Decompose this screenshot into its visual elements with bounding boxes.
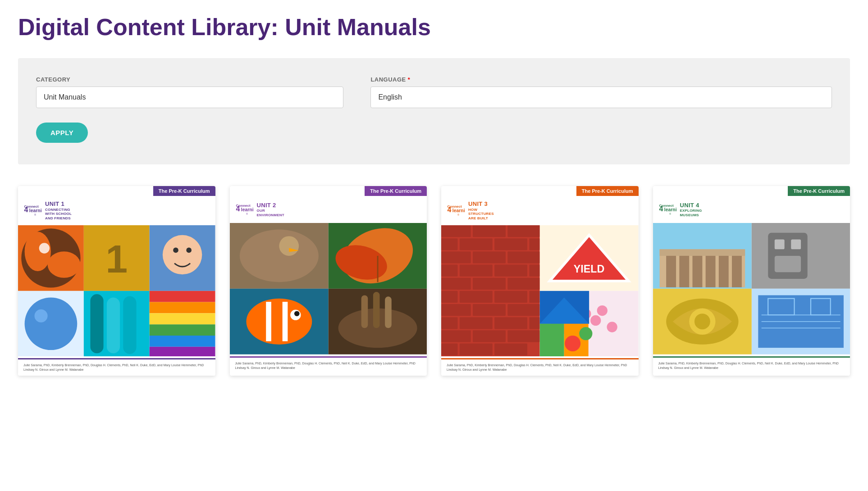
svg-rect-69 — [529, 264, 539, 276]
connect4learning-logo-icon: Connect 4 learning ® — [23, 201, 41, 219]
book-top-bar: The Pre-K Curriculum — [653, 186, 850, 196]
unit-number: UNIT 4 — [680, 202, 702, 209]
svg-rect-23 — [150, 302, 215, 313]
svg-rect-120 — [732, 256, 742, 287]
c4l-logo: Connect 4 learning ® — [658, 200, 676, 218]
unit-info: UNIT 1 CONNECTINGWITH SCHOOLAND FRIENDS — [45, 200, 72, 220]
book-top-bar: The Pre-K Curriculum — [230, 186, 427, 196]
svg-rect-24 — [150, 313, 215, 324]
svg-rect-115 — [666, 256, 676, 287]
svg-point-107 — [579, 327, 592, 340]
svg-rect-22 — [150, 291, 215, 302]
svg-text:®: ® — [669, 213, 672, 215]
svg-point-8 — [39, 243, 50, 253]
book-header: Connect 4 learning ® UNIT 2 OURENVIRONME… — [230, 196, 427, 223]
svg-rect-74 — [460, 291, 493, 302]
svg-rect-116 — [679, 256, 689, 287]
svg-rect-19 — [90, 294, 103, 353]
book-header: Connect 4 learning ® UNIT 3 HOWSTRUCTURE… — [441, 196, 639, 225]
category-label: CATEGORY — [36, 76, 343, 83]
svg-point-45 — [294, 311, 299, 317]
svg-rect-70 — [441, 277, 471, 289]
svg-rect-104 — [540, 323, 564, 356]
unit-info: UNIT 2 OURENVIRONMENT — [257, 202, 284, 218]
c4l-logo: Connect 4 learning ® — [235, 200, 253, 218]
required-marker: * — [408, 76, 411, 83]
svg-text:1: 1 — [105, 237, 128, 281]
svg-rect-49 — [373, 292, 379, 328]
svg-point-12 — [163, 235, 202, 274]
svg-text:4: 4 — [659, 205, 663, 213]
svg-text:®: ® — [246, 213, 248, 215]
svg-rect-27 — [150, 346, 215, 356]
svg-point-13 — [173, 247, 178, 253]
category-input[interactable] — [36, 86, 343, 108]
svg-text:YIELD: YIELD — [574, 263, 605, 275]
pre-k-badge: The Pre-K Curriculum — [788, 186, 850, 196]
svg-rect-60 — [460, 238, 493, 250]
book-card-unit2[interactable]: The Pre-K Curriculum Connect 4 learning … — [230, 186, 427, 376]
book-authors: Julie Sarama, PhD, Kimberly Brenneman, P… — [23, 363, 210, 372]
pre-k-badge: The Pre-K Curriculum — [576, 186, 639, 196]
svg-text:4: 4 — [448, 206, 452, 214]
svg-text:4: 4 — [236, 205, 240, 213]
svg-point-33 — [239, 230, 318, 282]
book-card-unit1[interactable]: The Pre-K Curriculum Connect 4 learning … — [18, 186, 215, 376]
book-card-unit3[interactable]: The Pre-K Curriculum Connect 4 learning … — [441, 186, 639, 376]
svg-text:®: ® — [457, 214, 460, 216]
svg-rect-65 — [507, 251, 539, 263]
svg-rect-81 — [460, 317, 493, 329]
book-header: Connect 4 learning ® UNIT 4 EXPLORINGMUS… — [653, 196, 850, 223]
pre-k-badge: The Pre-K Curriculum — [365, 186, 427, 196]
connect4learning-logo-icon: Connect 4 learning ® — [658, 200, 676, 218]
books-grid: The Pre-K Curriculum Connect 4 learning … — [18, 186, 850, 376]
svg-rect-89 — [494, 343, 527, 355]
unit-number: UNIT 3 — [468, 200, 494, 208]
svg-rect-80 — [441, 317, 457, 329]
svg-rect-114 — [659, 250, 745, 256]
svg-rect-20 — [107, 297, 120, 353]
svg-rect-85 — [473, 330, 506, 342]
pre-k-badge: The Pre-K Curriculum — [153, 186, 215, 196]
svg-rect-117 — [692, 256, 702, 287]
book-authors: Julie Sarama, PhD, Kimberly Brenneman, P… — [658, 361, 845, 370]
connect4learning-logo-icon: Connect 4 learning ® — [235, 200, 253, 218]
cover-art — [653, 223, 850, 356]
book-authors: Julie Sarama, PhD, Kimberly Brenneman, P… — [235, 361, 422, 370]
svg-rect-123 — [774, 240, 784, 250]
svg-text:®: ® — [34, 214, 37, 216]
svg-point-106 — [565, 336, 580, 351]
svg-rect-48 — [361, 296, 368, 328]
unit-subtitle: EXPLORINGMUSEUMS — [680, 209, 702, 217]
svg-rect-58 — [507, 225, 539, 237]
category-filter-group: CATEGORY — [36, 76, 343, 108]
book-card-unit4[interactable]: The Pre-K Curriculum Connect 4 learning … — [653, 186, 850, 376]
svg-rect-75 — [494, 291, 527, 302]
language-label: LANGUAGE* — [370, 76, 832, 83]
svg-point-101 — [607, 322, 617, 332]
svg-rect-118 — [705, 256, 715, 287]
svg-rect-125 — [774, 256, 800, 272]
svg-text:learning: learning — [29, 208, 41, 213]
unit-info: UNIT 3 HOWSTRUCTURESARE BUILT — [468, 200, 494, 220]
svg-rect-67 — [460, 264, 493, 276]
svg-rect-84 — [441, 330, 471, 342]
svg-point-41 — [246, 299, 312, 345]
cover-art: 1 — [18, 225, 215, 359]
svg-point-100 — [597, 305, 608, 315]
svg-rect-62 — [529, 238, 539, 250]
apply-button[interactable]: APPLY — [36, 123, 88, 143]
unit-subtitle: OURENVIRONMENT — [257, 209, 284, 217]
svg-rect-83 — [529, 317, 539, 329]
svg-rect-119 — [718, 256, 728, 287]
unit-number: UNIT 2 — [257, 202, 284, 209]
svg-point-34 — [279, 236, 299, 256]
language-input[interactable] — [370, 86, 832, 108]
svg-rect-71 — [473, 277, 506, 289]
svg-rect-43 — [282, 302, 288, 341]
svg-rect-21 — [123, 296, 136, 354]
svg-point-136 — [694, 314, 710, 329]
svg-rect-86 — [507, 330, 539, 342]
svg-point-16 — [25, 297, 78, 350]
svg-text:learning: learning — [241, 207, 253, 212]
